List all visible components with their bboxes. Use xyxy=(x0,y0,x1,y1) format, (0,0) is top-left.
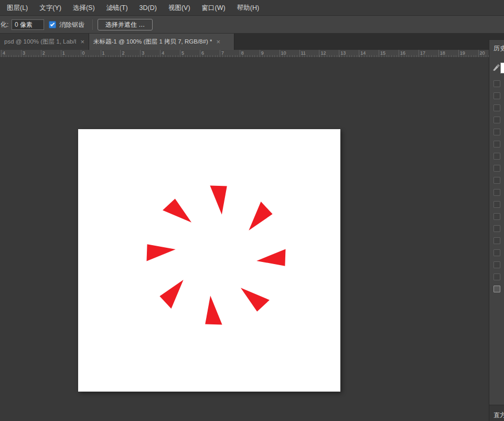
document-tab-bar: psd @ 100% (图层 1, Lab/8) *×未标题-1 @ 100% … xyxy=(0,34,504,50)
history-state-well[interactable] xyxy=(494,165,500,172)
feather-input[interactable] xyxy=(12,19,44,30)
history-state-well[interactable] xyxy=(494,261,500,268)
menu-item-filter[interactable]: 滤镜(T) xyxy=(101,0,134,15)
history-state-well[interactable] xyxy=(494,80,500,87)
history-state-well[interactable] xyxy=(494,177,500,184)
history-state-well[interactable] xyxy=(494,92,500,99)
spinner-blade xyxy=(205,296,222,324)
menu-item-view[interactable]: 视图(V) xyxy=(163,0,196,15)
ruler-major-tick xyxy=(1,50,2,58)
ruler-major-tick xyxy=(339,50,339,58)
ruler-number: 11 xyxy=(301,50,306,56)
ruler-number: 5 xyxy=(181,50,184,56)
antialias-checkbox[interactable] xyxy=(49,21,56,28)
ruler-number: 20 xyxy=(480,50,485,56)
tab-close-icon[interactable]: × xyxy=(80,38,84,45)
ruler-number: 14 xyxy=(360,50,366,56)
ruler-number: 12 xyxy=(320,50,326,56)
history-state-well[interactable] xyxy=(494,249,500,256)
ruler-number: 1 xyxy=(62,50,65,56)
history-state-well[interactable] xyxy=(494,201,500,208)
ruler-number: 1 xyxy=(102,50,105,56)
ruler-major-tick xyxy=(280,50,280,58)
feather-label: 化: xyxy=(1,16,8,34)
spinner-blade xyxy=(163,198,191,222)
spinner-blade xyxy=(210,186,227,215)
ruler-number: 18 xyxy=(440,50,445,56)
ruler-number: 4 xyxy=(162,50,164,56)
history-state-well[interactable] xyxy=(494,213,500,220)
spinner-blade xyxy=(256,249,285,266)
menu-item-select[interactable]: 选择(S) xyxy=(67,0,101,15)
ruler-major-tick xyxy=(81,50,81,58)
ruler-major-tick xyxy=(299,50,300,58)
horizontal-ruler: 432101234567891011121314151617181920 xyxy=(0,50,489,58)
menu-item-layer[interactable]: 图层(L) xyxy=(1,0,34,15)
ruler-number: 4 xyxy=(3,50,5,56)
ruler-major-tick xyxy=(61,50,61,58)
history-state-well[interactable] xyxy=(494,129,500,135)
history-state-well[interactable] xyxy=(494,189,500,196)
ruler-major-tick xyxy=(419,50,419,58)
history-state-well[interactable] xyxy=(494,225,500,232)
ruler-major-tick xyxy=(438,50,439,58)
history-state-well[interactable] xyxy=(494,104,500,111)
ruler-major-tick xyxy=(240,50,240,58)
ruler-number: 6 xyxy=(201,50,204,56)
ruler-number: 10 xyxy=(281,50,286,56)
ruler-number: 17 xyxy=(420,50,425,56)
histogram-panel-title[interactable]: 直方图 xyxy=(494,411,504,420)
ruler-number: 2 xyxy=(122,50,124,56)
history-state-well[interactable] xyxy=(494,273,500,280)
spinner-blade xyxy=(249,202,272,230)
tab-close-icon[interactable]: × xyxy=(216,38,220,45)
ruler-major-tick xyxy=(458,50,459,58)
ruler-number: 3 xyxy=(23,50,25,56)
menu-bar: 图层(L)文字(Y)选择(S)滤镜(T)3D(D)视图(V)窗口(W)帮助(H) xyxy=(0,0,504,16)
select-and-mask-button[interactable]: 选择并遮住 … xyxy=(98,19,153,30)
photoshop-window: 图层(L)文字(Y)选择(S)滤镜(T)3D(D)视图(V)窗口(W)帮助(H)… xyxy=(0,0,504,421)
menu-item-help[interactable]: 帮助(H) xyxy=(231,0,265,15)
document-tab-2[interactable]: 未标题-1 @ 100% (图层 1 拷贝 7, RGB/8#) *× xyxy=(89,34,234,50)
document-canvas[interactable] xyxy=(78,129,340,392)
menu-item-window[interactable]: 窗口(W) xyxy=(196,0,231,15)
ruler-number: 7 xyxy=(221,50,224,56)
history-state-well-selected[interactable] xyxy=(494,286,500,292)
history-state-well[interactable] xyxy=(494,237,500,244)
ruler-major-tick xyxy=(379,50,379,58)
ruler-major-tick xyxy=(21,50,22,58)
ruler-major-tick xyxy=(260,50,260,58)
ruler-number: 13 xyxy=(340,50,346,56)
history-panel: 历史 直方图 xyxy=(489,39,504,421)
options-divider xyxy=(92,19,93,30)
spinner-blade xyxy=(147,244,176,261)
menu-item-type[interactable]: 文字(Y) xyxy=(34,0,67,15)
ruler-major-tick xyxy=(200,50,200,58)
ruler-number: 2 xyxy=(42,50,45,56)
spinner-shape xyxy=(78,129,340,392)
ruler-number: 19 xyxy=(460,50,465,56)
ruler-major-tick xyxy=(359,50,359,58)
ruler-number: 15 xyxy=(380,50,385,56)
canvas-area[interactable] xyxy=(0,58,489,421)
history-state-well[interactable] xyxy=(494,141,500,148)
ruler-major-tick xyxy=(319,50,319,58)
ruler-major-tick xyxy=(41,50,41,58)
history-states xyxy=(489,40,504,421)
document-tab-title: 未标题-1 @ 100% (图层 1 拷贝 7, RGB/8#) * xyxy=(93,38,212,46)
antialias-label: 消除锯齿 xyxy=(59,16,84,34)
ruler-number: 0 xyxy=(82,50,85,56)
spinner-blade xyxy=(241,288,270,311)
check-icon xyxy=(50,22,55,26)
document-tab-1[interactable]: psd @ 100% (图层 1, Lab/8) *× xyxy=(0,34,89,50)
menu-item-3d[interactable]: 3D(D) xyxy=(134,0,163,15)
ruler-major-tick xyxy=(120,50,121,58)
history-state-well[interactable] xyxy=(494,153,500,160)
ruler-number: 3 xyxy=(142,50,144,56)
ruler-major-tick xyxy=(220,50,220,58)
ruler-major-tick xyxy=(180,50,180,58)
ruler-major-tick xyxy=(101,50,101,58)
ruler-major-tick xyxy=(140,50,141,58)
history-state-well[interactable] xyxy=(494,117,500,123)
ruler-number: 9 xyxy=(261,50,264,56)
